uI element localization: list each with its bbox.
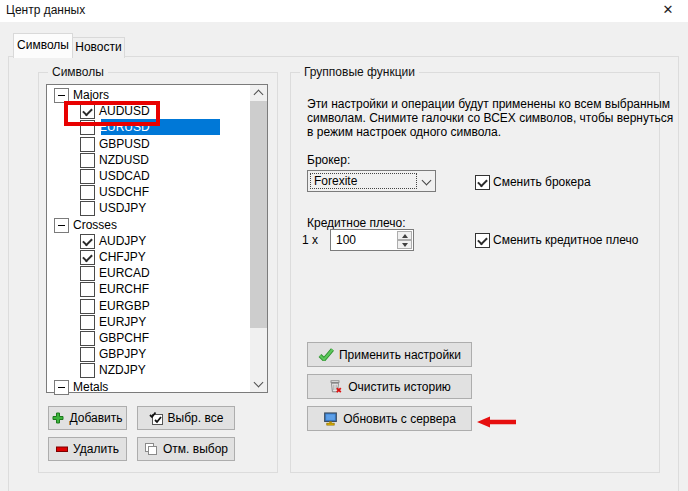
tree-item-audjpy[interactable]: AUDJPY (47, 233, 250, 249)
tree-group-majors[interactable]: Majors (47, 87, 250, 103)
deselect-button[interactable]: Отм. выбор (137, 437, 235, 461)
tree-item-eurcad[interactable]: EURCAD (47, 265, 250, 281)
checkbox-eurcad[interactable] (80, 266, 95, 281)
delete-button[interactable]: Удалить (48, 437, 127, 461)
scrollbar[interactable] (250, 85, 267, 392)
scrollbar-thumb[interactable] (250, 101, 267, 328)
checkbox-usdcad[interactable] (80, 169, 95, 184)
deselect-icon (144, 442, 158, 456)
checkbox-audusd[interactable] (80, 104, 95, 119)
change-broker-label: Сменить брокера (493, 175, 591, 189)
tree-item-label: EURCAD (99, 265, 150, 281)
collapse-expander-icon[interactable] (54, 380, 69, 395)
groupbox-group-functions-title: Групповые функции (300, 65, 419, 79)
tree-group-metals[interactable]: Metals (47, 379, 250, 395)
tree-item-nzdjpy[interactable]: NZDJPY (47, 362, 250, 378)
apply-settings-button[interactable]: Применить настройки (307, 342, 472, 367)
checkbox-usdchf[interactable] (80, 185, 95, 200)
scroll-up-icon[interactable] (250, 85, 267, 101)
update-from-server-label: Обновить с сервера (343, 412, 456, 426)
checkbox-usdjpy[interactable] (80, 201, 95, 216)
tree-item-eurchf[interactable]: EURCHF (47, 281, 250, 297)
deselect-button-label: Отм. выбор (163, 442, 228, 456)
description-line: в режим настроек одного символа. (307, 125, 673, 139)
clear-history-button[interactable]: Очистить историю (307, 374, 472, 399)
checkbox-gbpjpy[interactable] (80, 347, 95, 362)
tree-item-label: NZDJPY (99, 362, 146, 378)
delete-button-label: Удалить (73, 442, 119, 456)
broker-select[interactable]: Forexite (307, 170, 436, 192)
tree-item-usdchf[interactable]: USDCHF (47, 184, 250, 200)
checkbox-audjpy[interactable] (80, 234, 95, 249)
tree-group-crosses[interactable]: Crosses (47, 217, 250, 233)
checkbox-eurusd[interactable] (80, 120, 95, 135)
spin-down-button[interactable] (397, 240, 412, 249)
minus-icon (56, 446, 68, 453)
broker-selected-value: Forexite (314, 174, 357, 188)
symbols-tree[interactable]: MajorsAUDUSDEURUSDGBPUSDNZDUSDUSDCADUSDC… (46, 84, 268, 393)
close-icon[interactable]: ✕ (660, 1, 676, 19)
checkbox-gbpusd[interactable] (80, 137, 95, 152)
select-all-button-label: Выбр. все (168, 411, 224, 425)
tree-item-gbpjpy[interactable]: GBPJPY (47, 346, 250, 362)
checkbox-gbpchf[interactable] (80, 331, 95, 346)
tree-item-label: AUDJPY (99, 233, 146, 249)
tree-item-gbpusd[interactable]: GBPUSD (47, 136, 250, 152)
change-leverage-checkbox[interactable] (475, 233, 490, 248)
checkbox-nzdusd[interactable] (80, 153, 95, 168)
server-icon (323, 412, 338, 426)
tree-group-label: Crosses (73, 217, 117, 233)
leverage-value: 100 (336, 233, 356, 247)
tree-item-chfjpy[interactable]: CHFJPY (47, 249, 250, 265)
groupbox-symbols-title: Символы (48, 65, 108, 79)
checkbox-nzdjpy[interactable] (80, 363, 95, 378)
chevron-up-icon (254, 90, 264, 100)
tree-item-label: EURJPY (99, 314, 146, 330)
tree-item-eurjpy[interactable]: EURJPY (47, 314, 250, 330)
tree-item-label: CHFJPY (99, 249, 146, 265)
spin-buttons (397, 231, 412, 249)
tree-item-usdcad[interactable]: USDCAD (47, 168, 250, 184)
collapse-expander-icon[interactable] (54, 88, 69, 103)
checkbox-eurchf[interactable] (80, 282, 95, 297)
tree-item-label: NZDUSD (99, 152, 149, 168)
leverage-stepper[interactable]: 100 (330, 229, 414, 251)
leverage-label: Кредитное плечо: (307, 216, 406, 230)
scroll-down-icon[interactable] (250, 376, 267, 392)
tree-item-audusd[interactable]: AUDUSD (47, 103, 250, 119)
spin-up-button[interactable] (397, 231, 412, 240)
plus-icon (52, 412, 64, 424)
tree-item-label: USDCHF (99, 184, 149, 200)
add-button-label: Добавить (69, 411, 122, 425)
description-line: символам. Снимите галочки со ВСЕХ символ… (307, 111, 673, 125)
tree-group-label: Metals (73, 379, 108, 395)
tree-item-label: AUDUSD (99, 103, 150, 119)
checkbox-eurgbp[interactable] (80, 299, 95, 314)
tree-item-usdjpy[interactable]: USDJPY (47, 200, 250, 216)
add-button[interactable]: Добавить (48, 406, 127, 430)
tree-item-label: GBPCHF (99, 330, 149, 346)
tree-item-eurgbp[interactable]: EURGBP (47, 298, 250, 314)
trash-icon (328, 379, 343, 394)
tab-news[interactable]: Новости (72, 37, 125, 58)
tab-symbols[interactable]: Символы (13, 33, 73, 58)
description-line: Эти настройки и операции будут применены… (307, 97, 673, 111)
checkbox-eurjpy[interactable] (80, 315, 95, 330)
select-all-icon (149, 411, 163, 425)
tree-item-gbpchf[interactable]: GBPCHF (47, 330, 250, 346)
tree-item-label: USDCAD (99, 168, 150, 184)
tree-item-eurusd[interactable]: EURUSD (47, 119, 250, 135)
window-title: Центр данных (6, 3, 85, 17)
broker-label: Брокер: (307, 153, 350, 167)
chevron-down-icon (422, 176, 432, 186)
collapse-expander-icon[interactable] (54, 218, 69, 233)
tree-item-label: GBPJPY (99, 346, 146, 362)
change-broker-checkbox[interactable] (475, 175, 490, 190)
checkbox-chfjpy[interactable] (80, 250, 95, 265)
tree-group-label: Majors (73, 87, 109, 103)
update-from-server-button[interactable]: Обновить с сервера (307, 406, 472, 431)
triangle-down-icon (402, 243, 408, 247)
select-all-button[interactable]: Выбр. все (137, 406, 235, 430)
chevron-down-icon (254, 378, 264, 388)
tree-item-nzdusd[interactable]: NZDUSD (47, 152, 250, 168)
